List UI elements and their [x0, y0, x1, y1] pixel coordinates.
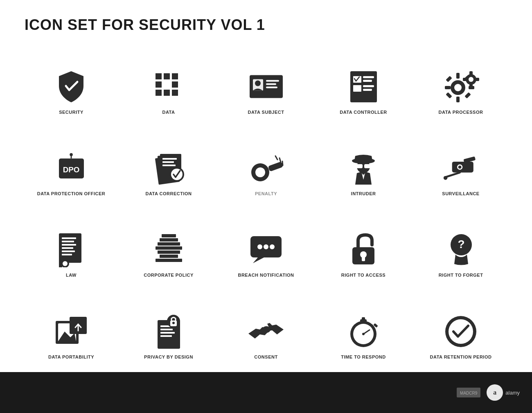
svg-rect-75: [62, 247, 73, 249]
svg-rect-8: [164, 81, 170, 88]
svg-rect-87: [156, 259, 182, 262]
svg-marker-89: [253, 257, 264, 263]
icon-data-subject: DATA SUBJECT: [219, 46, 313, 119]
svg-rect-49: [162, 161, 174, 163]
svg-rect-74: [62, 244, 76, 246]
data-retention-period-icon: [442, 313, 479, 350]
penalty-icon: [248, 150, 284, 187]
svg-rect-6: [164, 90, 170, 96]
svg-point-110: [172, 322, 175, 324]
svg-rect-11: [160, 94, 162, 96]
svg-rect-83: [158, 242, 180, 246]
svg-rect-28: [456, 97, 460, 102]
svg-rect-107: [160, 335, 172, 337]
intruder-label: INTRUDER: [351, 191, 376, 196]
svg-rect-9: [160, 77, 162, 79]
data-correction-icon: [150, 150, 187, 187]
svg-rect-40: [475, 78, 479, 81]
svg-rect-105: [160, 329, 173, 330]
corporate-policy-icon: [150, 231, 187, 268]
svg-point-36: [469, 77, 473, 82]
brand-logo: a: [487, 384, 503, 401]
svg-rect-38: [469, 84, 473, 88]
data-processor-icon: [442, 68, 479, 105]
time-to-respond-label: TIME TO RESPOND: [341, 354, 385, 360]
icon-penalty: PENALTY: [219, 127, 313, 201]
svg-rect-77: [62, 254, 72, 255]
data-correction-label: DATA CORRECTION: [145, 191, 192, 196]
icon-consent: CONSENT: [219, 291, 313, 364]
svg-point-42: [70, 153, 73, 156]
breach-notification-icon: [248, 231, 284, 268]
svg-point-14: [255, 81, 261, 86]
svg-rect-80: [59, 258, 62, 267]
svg-point-91: [264, 244, 268, 249]
right-to-access-icon: [345, 231, 382, 268]
svg-rect-39: [463, 78, 467, 81]
data-controller-icon: [345, 68, 382, 105]
consent-icon: [248, 313, 284, 350]
svg-rect-4: [172, 81, 178, 88]
svg-rect-62: [364, 164, 371, 168]
data-subject-icon: [248, 68, 284, 105]
right-to-forget-icon: ?: [442, 231, 479, 268]
icon-intruder: INTRUDER: [317, 127, 410, 201]
privacy-by-design-label: PRIVACY BY DESIGN: [144, 354, 193, 360]
icon-dpo: DPO DATA PROTECTION OFFICER: [25, 127, 118, 201]
icon-right-to-access: RIGHT TO ACCESS: [317, 209, 410, 282]
icon-breach-notification: BREACH NOTIFICATION: [219, 209, 313, 282]
svg-point-54: [255, 167, 265, 177]
svg-rect-10: [176, 77, 178, 79]
icon-security: SECURITY: [25, 46, 118, 119]
svg-rect-21: [363, 80, 372, 82]
svg-rect-16: [266, 84, 276, 85]
breach-notification-label: BREACH NOTIFICATION: [238, 272, 294, 278]
footer-bar: MADCR9 a alamy: [0, 372, 532, 413]
svg-point-118: [362, 333, 365, 335]
svg-rect-85: [158, 251, 180, 254]
privacy-by-design-icon: [150, 313, 187, 350]
svg-rect-106: [160, 332, 175, 334]
svg-text:?: ?: [458, 238, 464, 251]
penalty-label: PENALTY: [255, 191, 277, 196]
icon-data-correction: DATA CORRECTION: [122, 127, 215, 201]
svg-rect-55: [268, 161, 283, 172]
svg-point-79: [63, 261, 68, 266]
svg-rect-1: [164, 73, 170, 79]
svg-rect-22: [353, 85, 361, 92]
data-subject-label: DATA SUBJECT: [248, 109, 284, 115]
icon-right-to-forget: ? RIGHT TO FORGET: [414, 209, 507, 282]
icon-data-portability: DATA PORTABILITY: [25, 291, 118, 364]
svg-rect-73: [62, 241, 74, 242]
svg-point-90: [257, 244, 262, 249]
svg-rect-3: [156, 81, 162, 88]
icon-data-retention-period: DATA RETENTION PERIOD: [414, 291, 507, 364]
svg-rect-76: [62, 251, 75, 252]
data-controller-label: DATA CONTROLLER: [340, 109, 387, 115]
svg-rect-27: [456, 73, 460, 79]
brand-name: alamy: [505, 390, 520, 396]
svg-point-67: [458, 165, 462, 169]
security-label: SECURITY: [59, 109, 83, 115]
svg-rect-15: [266, 80, 279, 82]
icon-time-to-respond: TIME TO RESPOND: [317, 291, 410, 364]
data-portability-label: DATA PORTABILITY: [48, 354, 94, 360]
svg-rect-81: [162, 234, 176, 237]
right-to-forget-label: RIGHT TO FORGET: [439, 272, 483, 278]
svg-rect-48: [162, 158, 177, 160]
svg-line-58: [282, 161, 283, 165]
svg-rect-82: [160, 238, 178, 241]
svg-point-111: [262, 326, 271, 333]
dpo-icon: DPO: [53, 150, 90, 187]
svg-line-57: [280, 158, 281, 162]
svg-point-92: [270, 244, 275, 249]
page-title: ICON SET FOR SECURITY VOL 1: [25, 16, 507, 34]
data-icon: [150, 68, 187, 105]
svg-rect-37: [469, 71, 473, 75]
svg-line-69: [446, 172, 460, 177]
intruder-icon: [345, 150, 382, 187]
svg-rect-33: [446, 92, 452, 99]
icon-surveillance: SURVEILLANCE: [414, 127, 507, 201]
dpo-label: DATA PROTECTION OFFICER: [37, 191, 106, 196]
icon-data: DATA: [122, 46, 215, 119]
